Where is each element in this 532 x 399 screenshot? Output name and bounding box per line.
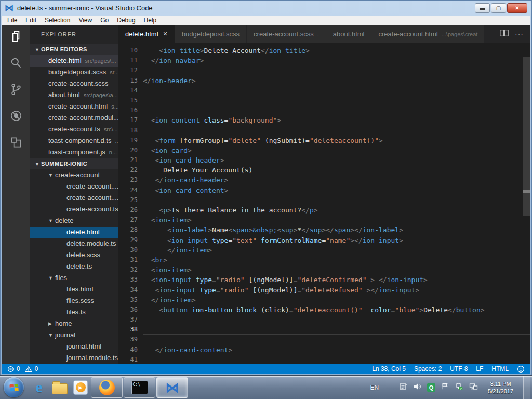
code-line[interactable]: 12: [118, 65, 530, 75]
code-line[interactable]: 22 Delete Your Account(s): [118, 165, 530, 175]
tree-item-files.ts[interactable]: files.ts: [30, 307, 118, 318]
show-desktop-button[interactable]: [523, 376, 530, 399]
code-line[interactable]: 41: [118, 355, 530, 364]
windows-explorer-button[interactable]: [49, 377, 70, 398]
tree-item-delete.ts[interactable]: delete.ts: [30, 261, 118, 272]
code-line[interactable]: 26 <p>Is There Balance in the account?</…: [118, 205, 530, 215]
q-app-icon[interactable]: Q: [427, 383, 435, 392]
line-content[interactable]: <ion-input type="text" formControlName="…: [143, 235, 530, 245]
open-editor-item[interactable]: create-account.modul...: [30, 112, 118, 124]
line-content[interactable]: [143, 355, 530, 364]
open-editors-header[interactable]: ▼OPEN EDITORS: [30, 44, 118, 55]
touch-keyboard-icon[interactable]: [399, 382, 407, 393]
code-line[interactable]: 11 </ion-navbar>: [118, 56, 530, 65]
code-line[interactable]: 21 <ion-card-header>: [118, 155, 530, 165]
project-header[interactable]: ▼SUMMER-IONIC: [30, 158, 118, 169]
line-content[interactable]: <ion-card-content>: [143, 185, 530, 195]
problems-indicator[interactable]: 0 0: [7, 365, 38, 373]
line-content[interactable]: [143, 126, 530, 136]
code-line[interactable]: 35 </ion-item>: [118, 295, 530, 305]
tree-item-delete[interactable]: ▼delete: [30, 215, 118, 227]
internet-explorer-button[interactable]: e: [29, 377, 49, 398]
menu-help[interactable]: Help: [140, 16, 161, 25]
line-content[interactable]: [143, 325, 530, 335]
open-editor-item[interactable]: about.htmlsrc\pages\a...: [30, 89, 118, 101]
line-content[interactable]: [143, 96, 530, 105]
code-line[interactable]: 23 </ion-card-header>: [118, 175, 530, 185]
open-editor-item[interactable]: create-account.scss: [30, 78, 118, 89]
code-area[interactable]: 10 <ion-title>Delete Account</ion-title>…: [118, 43, 530, 364]
code-line[interactable]: 16: [118, 105, 530, 115]
tree-item-journal.module.ts[interactable]: journal.module.ts: [30, 352, 118, 364]
line-content[interactable]: </ion-navbar>: [143, 56, 530, 65]
command-prompt-button[interactable]: C:\_: [124, 377, 155, 398]
code-line[interactable]: 17 <ion-content class="background">: [118, 115, 530, 125]
line-content[interactable]: <ion-item>: [143, 265, 530, 275]
tab-create-account.scss[interactable]: create-account.scss.: [247, 25, 326, 43]
menu-view[interactable]: View: [74, 16, 96, 25]
line-content[interactable]: </ion-card-header>: [143, 175, 530, 185]
more-actions-icon[interactable]: ···: [515, 30, 524, 38]
menu-file[interactable]: File: [3, 16, 21, 25]
menu-debug[interactable]: Debug: [113, 16, 139, 25]
explorer-icon[interactable]: [9, 30, 23, 43]
open-editor-item[interactable]: toast-component.jsn...: [30, 147, 118, 158]
open-editor-item[interactable]: delete.htmlsrc\pages\...: [30, 55, 118, 66]
tab-delete.html[interactable]: delete.html✕: [118, 25, 175, 43]
code-line[interactable]: 27 <ion-item>: [118, 215, 530, 225]
line-content[interactable]: [143, 315, 530, 325]
code-line[interactable]: 38: [118, 325, 530, 335]
line-content[interactable]: [143, 105, 530, 115]
line-content[interactable]: <ion-item>: [143, 215, 530, 225]
tree-item-delete.html[interactable]: delete.html: [30, 227, 118, 238]
line-content[interactable]: <ion-content class="background">: [143, 115, 530, 125]
line-content[interactable]: <ion-input type="radio" [(ngModel)]="del…: [143, 285, 530, 295]
code-line[interactable]: 18: [118, 126, 530, 136]
line-content[interactable]: <p>Is There Balance in the account?</p>: [143, 205, 530, 215]
code-line[interactable]: 10 <ion-title>Delete Account</ion-title>: [118, 46, 530, 56]
line-content[interactable]: <ion-card>: [143, 145, 530, 155]
open-editor-item[interactable]: create-account.tssrc\...: [30, 124, 118, 135]
status-item[interactable]: LF: [476, 365, 483, 373]
line-content[interactable]: </ion-header>: [143, 76, 530, 86]
line-content[interactable]: <ion-card-header>: [143, 155, 530, 165]
split-editor-icon[interactable]: [500, 29, 509, 39]
code-line[interactable]: 25: [118, 195, 530, 205]
menu-go[interactable]: Go: [96, 16, 113, 25]
line-content[interactable]: [143, 65, 530, 75]
line-content[interactable]: <button ion-button block (click)="delete…: [143, 305, 530, 315]
status-item[interactable]: Ln 38, Col 5: [372, 365, 406, 373]
code-line[interactable]: 40 </ion-card-content>: [118, 345, 530, 355]
line-content[interactable]: [143, 335, 530, 344]
tab-budgetdeposit.scss[interactable]: budgetdeposit.scss: [175, 25, 247, 43]
close-button[interactable]: ✕: [507, 3, 527, 13]
line-content[interactable]: <ion-label>Name<span>&nbsp;<sup>*</sup><…: [143, 225, 530, 235]
status-item[interactable]: Spaces: 2: [414, 365, 442, 373]
tree-item-create-account....[interactable]: create-account....: [30, 181, 118, 192]
code-line[interactable]: 34 <ion-input type="radio" [(ngModel)]="…: [118, 285, 530, 295]
code-line[interactable]: 24 <ion-card-content>: [118, 185, 530, 195]
minimize-button[interactable]: ▬: [475, 3, 490, 13]
line-content[interactable]: <ion-input type="radio" [(ngModel)]="del…: [143, 275, 530, 285]
tree-item-create-account....[interactable]: create-account....: [30, 192, 118, 204]
code-line[interactable]: 29 <ion-input type="text" formControlNam…: [118, 235, 530, 245]
code-line[interactable]: 28 <ion-label>Name<span>&nbsp;<sup>*</su…: [118, 225, 530, 235]
tab-about.html[interactable]: about.html: [326, 25, 372, 43]
open-editor-item[interactable]: budgetdeposit.scsssr...: [30, 66, 118, 78]
code-line[interactable]: 30 </ion-item>: [118, 245, 530, 255]
code-line[interactable]: 15: [118, 96, 530, 105]
title-bar[interactable]: ⋈ delete.ts - summer-ionic - Visual Stud…: [1, 1, 531, 16]
debug-icon[interactable]: [9, 109, 23, 123]
clock[interactable]: 3:11 PM 5/21/2017: [488, 380, 513, 395]
code-line[interactable]: 31 <br>: [118, 255, 530, 265]
line-content[interactable]: <ion-title>Delete Account</ion-title>: [143, 46, 530, 56]
line-content[interactable]: <br>: [143, 255, 530, 265]
code-line[interactable]: 13</ion-header>: [118, 76, 530, 86]
menu-edit[interactable]: Edit: [21, 16, 41, 25]
code-line[interactable]: 19 <form [formGroup]="delete" (ngSubmit)…: [118, 136, 530, 145]
action-center-flag-icon[interactable]: [441, 382, 449, 392]
open-editor-item[interactable]: create-account.htmls...: [30, 101, 118, 112]
tree-item-files.scss[interactable]: files.scss: [30, 295, 118, 307]
media-player-button[interactable]: ▶: [70, 377, 91, 398]
extensions-icon[interactable]: [9, 136, 23, 149]
